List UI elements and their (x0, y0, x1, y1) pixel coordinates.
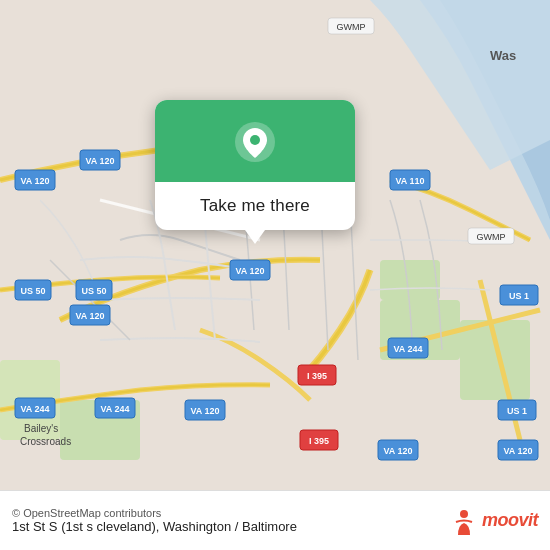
svg-text:VA 120: VA 120 (383, 446, 412, 456)
location-pin-icon (233, 120, 277, 164)
svg-text:US 1: US 1 (507, 406, 527, 416)
footer-bar: © OpenStreetMap contributors 1st St S (1… (0, 490, 550, 550)
svg-text:VA 120: VA 120 (235, 266, 264, 276)
svg-text:VA 120: VA 120 (85, 156, 114, 166)
svg-point-49 (460, 510, 468, 518)
map-container: GWMP GWMP VA 120 VA 120 VA 120 VA 120 VA… (0, 0, 550, 490)
svg-text:VA 244: VA 244 (20, 404, 49, 414)
svg-text:Crossroads: Crossroads (20, 436, 71, 447)
take-me-there-button[interactable]: Take me there (200, 196, 310, 216)
svg-text:US 50: US 50 (81, 286, 106, 296)
svg-text:VA 244: VA 244 (100, 404, 129, 414)
svg-rect-2 (380, 260, 440, 300)
svg-text:VA 120: VA 120 (75, 311, 104, 321)
svg-text:Was: Was (490, 48, 516, 63)
svg-text:VA 120: VA 120 (20, 176, 49, 186)
svg-text:VA 244: VA 244 (393, 344, 422, 354)
svg-point-48 (250, 135, 260, 145)
svg-text:VA 110: VA 110 (395, 176, 424, 186)
svg-text:I 395: I 395 (307, 371, 327, 381)
map-background: GWMP GWMP VA 120 VA 120 VA 120 VA 120 VA… (0, 0, 550, 490)
svg-text:US 50: US 50 (20, 286, 45, 296)
svg-text:Bailey's: Bailey's (24, 423, 58, 434)
moovit-logo: moovit (450, 507, 538, 535)
copyright-text: © OpenStreetMap contributors (12, 507, 442, 519)
popup-icon-area (155, 100, 355, 182)
svg-text:GWMP: GWMP (337, 22, 366, 32)
location-name: 1st St S (1st s cleveland), Washington /… (12, 519, 442, 534)
moovit-brand-icon (450, 507, 478, 535)
footer-left: © OpenStreetMap contributors 1st St S (1… (12, 507, 442, 534)
svg-text:VA 120: VA 120 (190, 406, 219, 416)
svg-text:I 395: I 395 (309, 436, 329, 446)
svg-text:US 1: US 1 (509, 291, 529, 301)
svg-text:GWMP: GWMP (477, 232, 506, 242)
moovit-brand-text: moovit (482, 510, 538, 531)
popup-bubble: Take me there (155, 100, 355, 230)
svg-text:VA 120: VA 120 (503, 446, 532, 456)
